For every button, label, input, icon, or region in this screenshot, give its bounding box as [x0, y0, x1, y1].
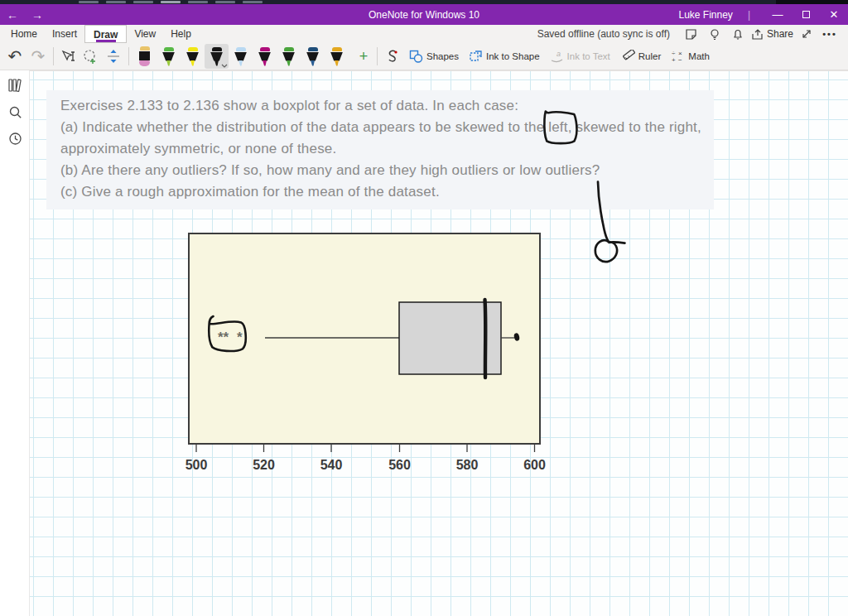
recent-notes-icon[interactable]	[0, 125, 30, 152]
insert-space-button[interactable]	[102, 45, 125, 68]
tab-help[interactable]: Help	[163, 25, 199, 43]
pen-gallery	[132, 44, 349, 69]
search-icon[interactable]	[0, 99, 30, 125]
ink-to-shape-label: Ink to Shape	[486, 51, 540, 61]
pen-magenta[interactable]	[253, 44, 277, 69]
sticky-note-icon[interactable]	[680, 25, 703, 43]
separator	[377, 47, 378, 65]
background-tab	[161, 1, 181, 3]
separator	[53, 47, 54, 65]
tab-draw[interactable]: Draw	[84, 25, 127, 43]
ink-to-text-icon: a	[550, 50, 564, 63]
box	[399, 302, 501, 374]
tab-view[interactable]: View	[127, 25, 163, 43]
svg-text:−: −	[678, 56, 682, 63]
main-area: Exercises 2.133 to 2.136 show a boxplot …	[0, 70, 848, 616]
highlighter-blue[interactable]	[229, 44, 253, 69]
pen-navy[interactable]	[301, 44, 325, 69]
more-options-button[interactable]: •••	[818, 25, 841, 43]
left-sidebar	[0, 70, 30, 616]
share-button[interactable]: Share	[751, 28, 793, 41]
onenote-window: ← → OneNote for Windows 10 Luke Finney |…	[0, 0, 848, 616]
math-button[interactable]: ÷× +− Math	[671, 50, 710, 63]
shapes-label: Shapes	[426, 51, 459, 61]
note-canvas[interactable]: Exercises 2.133 to 2.136 show a boxplot …	[30, 70, 848, 616]
share-icon	[751, 28, 764, 41]
pen-black-selected[interactable]	[205, 44, 229, 69]
background-tab	[133, 1, 153, 3]
close-button[interactable]: ✕	[820, 4, 848, 25]
share-label: Share	[767, 28, 793, 40]
select-tool-button[interactable]	[57, 45, 79, 68]
shapes-icon	[409, 50, 423, 63]
draw-ribbon: ↶ ↷ +	[0, 43, 848, 70]
shapes-button[interactable]: Shapes	[409, 50, 459, 63]
ruler-label: Ruler	[638, 51, 661, 61]
tab-insert[interactable]: Insert	[45, 25, 84, 43]
separator	[128, 47, 129, 65]
redo-button[interactable]: ↷	[26, 45, 50, 68]
maximize-icon	[802, 11, 810, 18]
ink-select-tool[interactable]	[381, 45, 404, 68]
undo-button[interactable]: ↶	[3, 45, 26, 68]
notebooks-icon[interactable]	[0, 72, 30, 99]
tick-label: 500	[186, 458, 208, 472]
menubar: Home Insert Draw View Help Saved offline…	[0, 25, 848, 43]
math-label: Math	[688, 51, 710, 61]
boxplot-image: ** * 500 520 540 560 580 600	[176, 233, 557, 481]
svg-text:+: +	[672, 56, 676, 63]
highlighter-yellow[interactable]	[181, 44, 205, 69]
pen-green-2[interactable]	[277, 44, 301, 69]
outlier-asterisk: *	[237, 330, 243, 345]
background-tab	[243, 1, 263, 3]
sync-status: Saved offline (auto sync is off)	[537, 28, 670, 40]
pen-gold[interactable]	[325, 44, 349, 69]
tick-label: 560	[388, 458, 411, 472]
background-tab	[79, 1, 99, 3]
background-tab	[106, 1, 126, 3]
exercise-text-line: (b) Are there any outliers? If so, how m…	[60, 160, 714, 181]
active-tab-underline	[96, 40, 116, 42]
chevron-down-icon	[221, 64, 228, 68]
background-tab	[215, 1, 235, 3]
ink-to-shape-button[interactable]: Ink to Shape	[469, 50, 540, 63]
pen-green[interactable]	[157, 44, 181, 69]
titlebar-separator: |	[748, 9, 750, 21]
eraser-tool[interactable]	[132, 44, 157, 69]
ruler-icon	[620, 50, 635, 63]
ruler-button[interactable]: Ruler	[620, 50, 661, 63]
lightbulb-icon[interactable]	[703, 25, 726, 43]
background-tab	[188, 1, 208, 3]
ink-to-shape-icon	[469, 50, 483, 63]
ink-to-text-button: a Ink to Text	[550, 50, 610, 63]
add-pen-button[interactable]: +	[354, 45, 373, 68]
tick-label: 600	[523, 458, 546, 472]
titlebar: ← → OneNote for Windows 10 Luke Finney |…	[0, 4, 848, 25]
minimize-button[interactable]: —	[764, 4, 792, 25]
exercise-text-line: approximately symmetric, or none of thes…	[60, 138, 714, 160]
exercise-text-line: (c) Give a rough approximation for the m…	[60, 181, 714, 203]
text-block[interactable]: Exercises 2.133 to 2.136 show a boxplot …	[46, 90, 714, 209]
lasso-select-button[interactable]	[79, 45, 102, 68]
notifications-bell-icon[interactable]	[726, 25, 749, 43]
outlier-asterisks: **	[218, 330, 229, 345]
maximize-button[interactable]	[792, 4, 820, 25]
tab-draw-label: Draw	[94, 29, 118, 41]
exercise-text-line: (a) Indicate whether the distribution of…	[60, 117, 714, 138]
math-icon: ÷× +−	[671, 50, 685, 63]
exercise-text-line: Exercises 2.133 to 2.136 show a boxplot …	[60, 95, 714, 117]
x-axis: 500 520 540 560 580 600	[186, 445, 546, 472]
tick-label: 580	[456, 458, 479, 472]
svg-text:a: a	[556, 50, 561, 58]
ink-to-text-label: Ink to Text	[567, 51, 610, 61]
tick-label: 520	[253, 458, 275, 472]
tick-label: 540	[320, 458, 343, 472]
tab-home[interactable]: Home	[3, 25, 45, 43]
fullscreen-icon[interactable]	[795, 25, 818, 43]
account-name[interactable]: Luke Finney	[679, 9, 733, 21]
